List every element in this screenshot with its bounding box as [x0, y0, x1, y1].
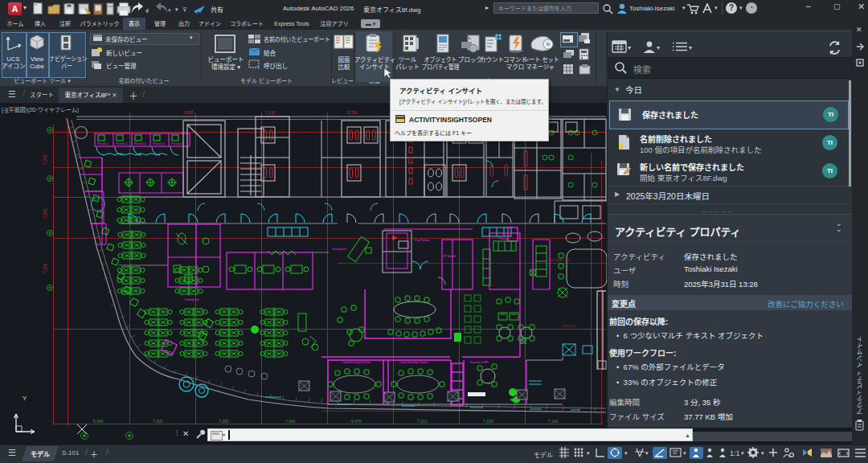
svg-text:7,200: 7,200 — [43, 154, 47, 165]
svg-text:Club Meeting Room: Club Meeting Room — [342, 360, 371, 364]
svg-text:▾: ▾ — [741, 450, 744, 456]
svg-text:Reception: Reception — [332, 247, 346, 251]
svg-text:7,210: 7,210 — [417, 419, 428, 424]
svg-text:Round 4 MR: Round 4 MR — [470, 360, 489, 364]
svg-text:▾: ▾ — [645, 450, 649, 456]
svg-text:▾: ▾ — [761, 450, 764, 456]
svg-text:Phone1-2: Phone1-2 — [116, 142, 128, 145]
svg-text:1,200 1,800 2,400: 1,200 1,800 2,400 — [547, 259, 570, 262]
svg-text:7,400: 7,400 — [285, 419, 296, 424]
svg-text:▾: ▾ — [175, 6, 178, 12]
svg-text:6,475: 6,475 — [351, 419, 362, 424]
svg-text:▾: ▾ — [168, 7, 171, 13]
svg-text:Fuji Room: Fuji Room — [415, 238, 430, 242]
svg-text:Family rm: Family rm — [185, 297, 199, 301]
svg-text:2,130: 2,130 — [265, 110, 276, 115]
svg-text:Pantry: Pantry — [498, 236, 508, 240]
svg-text:IP Booth: IP Booth — [444, 254, 456, 258]
svg-text:Phone1-3: Phone1-3 — [134, 142, 146, 145]
svg-text:7,200: 7,200 — [43, 263, 47, 273]
svg-text:750 1,520: 750 1,520 — [563, 325, 575, 328]
svg-text:7,200: 7,200 — [219, 419, 229, 424]
svg-text:Club Meeting Room: Club Meeting Room — [399, 360, 428, 364]
svg-text:▾: ▾ — [689, 44, 692, 51]
svg-text:7,200: 7,200 — [153, 419, 163, 424]
svg-text:Y: Y — [23, 395, 27, 402]
svg-text:▾: ▾ — [587, 450, 590, 456]
svg-text:▾: ▾ — [657, 44, 660, 51]
svg-text:5,400: 5,400 — [93, 419, 104, 424]
svg-text:5,855: 5,855 — [183, 110, 194, 115]
svg-text:5,790: 5,790 — [347, 110, 358, 115]
svg-text:Phone1-1: Phone1-1 — [97, 142, 109, 145]
svg-text:7,200: 7,200 — [43, 208, 47, 219]
svg-text:▾: ▾ — [628, 44, 631, 51]
svg-text:Phone1-4: Phone1-4 — [153, 142, 165, 145]
svg-text:7,100: 7,100 — [548, 419, 559, 424]
svg-text:1:1: 1:1 — [730, 449, 740, 457]
svg-text:7,180: 7,180 — [483, 419, 493, 424]
svg-text:▾: ▾ — [624, 450, 628, 456]
svg-text:⊽: ⊽ — [182, 6, 186, 12]
svg-text:▾: ▾ — [683, 450, 686, 456]
svg-text:Phone1-5: Phone1-5 — [171, 142, 183, 145]
svg-text:▾: ▾ — [146, 7, 149, 13]
